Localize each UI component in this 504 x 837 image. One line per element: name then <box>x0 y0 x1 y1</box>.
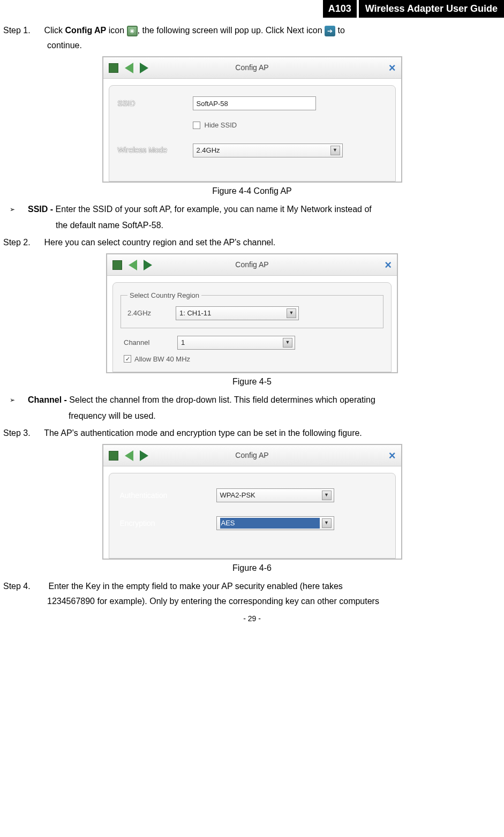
figure-4-4-caption: Figure 4-4 Config AP <box>3 185 501 198</box>
titlebar-1: Config AP × <box>103 57 401 79</box>
step-1-continue: continue. <box>47 39 501 52</box>
next-arrow-icon[interactable] <box>140 450 148 461</box>
stop-icon[interactable] <box>109 63 118 73</box>
channel-row: Channel 1 ▼ <box>124 336 383 350</box>
step-4: Step 4. Enter the Key in the empty field… <box>3 580 501 593</box>
enc-label: Encryption <box>120 518 216 529</box>
step-3-label: Step 3. <box>3 427 42 440</box>
allow-bw-checkbox[interactable]: ✓ <box>124 355 131 363</box>
figure-4-5: Config AP × Select Country Region 2.4GHz… <box>3 253 501 388</box>
close-icon[interactable]: × <box>389 447 396 464</box>
auth-dropdown[interactable]: WPA2-PSK ▼ <box>216 488 334 502</box>
next-arrow-icon: ➔ <box>325 26 335 36</box>
page-content: Step 1. Click Config AP icon ✳, the foll… <box>0 24 504 624</box>
ssid-label: SSID <box>118 98 193 109</box>
ssid-row: SSID <box>118 96 387 110</box>
allow-bw-row: ✓ Allow BW 40 MHz <box>124 354 383 365</box>
back-arrow-icon[interactable] <box>125 63 133 73</box>
region-band-row: 2.4GHz 1: CH1-11 ▼ <box>127 306 377 320</box>
enc-dropdown[interactable]: AES ▼ <box>216 516 334 530</box>
bullet-marker: ➢ <box>10 394 28 423</box>
channel-label: Channel <box>124 337 177 348</box>
figure-4-6-caption: Figure 4-6 <box>3 562 501 575</box>
channel-bullet: ➢ Channel - Select the channel from the … <box>10 394 501 423</box>
config-ap-window-2: Config AP × Select Country Region 2.4GHz… <box>106 253 398 373</box>
window-title: Config AP <box>235 259 268 270</box>
chevron-down-icon: ▼ <box>287 308 296 318</box>
region-legend: Select Country Region <box>127 290 201 301</box>
stop-icon[interactable] <box>112 260 122 270</box>
country-region-fieldset: Select Country Region 2.4GHz 1: CH1-11 ▼ <box>121 290 383 328</box>
next-arrow-icon[interactable] <box>144 260 152 270</box>
chevron-down-icon: ▼ <box>283 338 292 348</box>
chevron-down-icon: ▼ <box>322 518 332 528</box>
panel-auth: Authentication WPA2-PSK ▼ Encryption AES… <box>109 473 396 559</box>
chevron-down-icon: ▼ <box>330 146 340 155</box>
auth-label: Authentication <box>120 490 216 501</box>
region-dropdown[interactable]: 1: CH1-11 ▼ <box>176 306 299 320</box>
hide-ssid-checkbox[interactable] <box>193 122 200 129</box>
config-ap-icon: ✳ <box>127 26 138 36</box>
step-1: Step 1. Click Config AP icon ✳, the foll… <box>3 24 501 37</box>
doc-code: A103 <box>323 0 357 18</box>
ssid-input[interactable] <box>193 96 316 110</box>
wireless-mode-label: Wireless Mode <box>118 145 193 156</box>
enc-row: Encryption AES ▼ <box>120 516 385 530</box>
config-ap-window-3: Config AP × Authentication WPA2-PSK ▼ En… <box>102 444 402 560</box>
hide-ssid-row: Hide SSID <box>193 120 387 131</box>
next-arrow-icon[interactable] <box>140 63 148 73</box>
step-1-label: Step 1. <box>3 24 42 37</box>
step-2: Step 2. Here you can select country regi… <box>3 236 501 249</box>
figure-4-6: Config AP × Authentication WPA2-PSK ▼ En… <box>3 444 501 575</box>
stop-icon[interactable] <box>109 451 118 461</box>
chevron-down-icon: ▼ <box>322 491 332 500</box>
bullet-marker: ➢ <box>10 203 28 232</box>
titlebar-2: Config AP × <box>107 254 397 276</box>
step-3: Step 3. The AP's authentication mode and… <box>3 427 501 440</box>
figure-4-4: Config AP × SSID Hide SSID Wireless Mode… <box>3 56 501 198</box>
window-title: Config AP <box>235 62 268 73</box>
doc-title: Wireless Adapter User Guide <box>359 0 504 18</box>
hide-ssid-label: Hide SSID <box>205 120 237 131</box>
page-header: A103 Wireless Adapter User Guide <box>0 0 504 18</box>
panel-region: Select Country Region 2.4GHz 1: CH1-11 ▼… <box>112 282 392 372</box>
close-icon[interactable]: × <box>389 59 396 77</box>
window-title: Config AP <box>235 450 268 461</box>
config-ap-window-1: Config AP × SSID Hide SSID Wireless Mode… <box>102 56 402 183</box>
back-arrow-icon[interactable] <box>129 260 137 270</box>
channel-dropdown[interactable]: 1 ▼ <box>177 336 295 350</box>
close-icon[interactable]: × <box>385 256 392 274</box>
page-number: - 29 - <box>3 613 501 624</box>
region-band-label: 2.4GHz <box>127 308 176 319</box>
step-4-label: Step 4. <box>3 580 42 593</box>
ssid-bullet: ➢ SSID - Enter the SSID of your soft AP,… <box>10 203 501 232</box>
allow-bw-label: Allow BW 40 MHz <box>134 354 190 365</box>
figure-4-5-caption: Figure 4-5 <box>3 375 501 388</box>
panel-ssid: SSID Hide SSID Wireless Mode 2.4GHz ▼ <box>109 85 396 182</box>
back-arrow-icon[interactable] <box>125 450 133 461</box>
wireless-mode-row: Wireless Mode 2.4GHz ▼ <box>118 144 387 157</box>
step-2-label: Step 2. <box>3 236 42 249</box>
auth-row: Authentication WPA2-PSK ▼ <box>120 488 385 502</box>
titlebar-3: Config AP × <box>103 445 401 466</box>
wireless-mode-dropdown[interactable]: 2.4GHz ▼ <box>193 144 343 157</box>
step-4-continue: 1234567890 for example). Only by enterin… <box>47 595 501 608</box>
